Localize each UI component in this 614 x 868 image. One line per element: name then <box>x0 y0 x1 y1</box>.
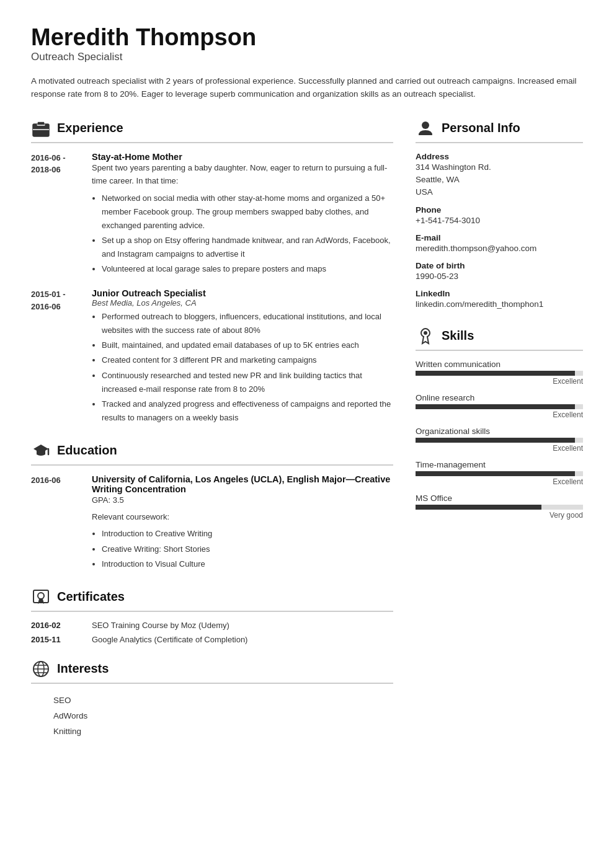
edu1-bullet-1: Introduction to Creative Writing <box>102 527 393 541</box>
cert-entry-2: 2015-11 Google Analytics (Certificate of… <box>31 635 393 644</box>
edu1-bullets: Introduction to Creative Writing Creativ… <box>92 527 393 570</box>
cert1-name: SEO Training Course by Moz (Udemy) <box>92 621 229 630</box>
interests-title: Interests <box>57 662 109 676</box>
personal-info-title: Personal Info <box>442 121 520 135</box>
experience-icon <box>31 118 51 138</box>
skill-row-5: MS Office Very good <box>416 494 583 520</box>
skill5-name: MS Office <box>416 494 583 503</box>
skill3-name: Organizational skills <box>416 427 583 436</box>
edu1-content: University of California, Los Angeles (U… <box>92 474 393 572</box>
skill-row-4: Time-management Excellent <box>416 460 583 486</box>
interest-item-3: Knitting <box>31 724 393 739</box>
skill1-fill <box>416 371 575 376</box>
exp2-bullet-1: Performed outreach to bloggers, influenc… <box>102 310 393 337</box>
exp2-bullets: Performed outreach to bloggers, influenc… <box>92 310 393 425</box>
certificates-section: Certificates 2016-02 SEO Training Course… <box>31 587 393 644</box>
education-icon <box>31 441 51 461</box>
certificates-icon <box>31 587 51 607</box>
linkedin-field: LinkedIn linkedin.com/meredith_thomphon1 <box>416 289 583 311</box>
education-header: Education <box>31 441 393 466</box>
exp2-bullet-5: Tracked and analyzed progress and effect… <box>102 397 393 425</box>
dob-value: 1990-05-23 <box>416 270 583 283</box>
exp2-bullet-3: Created content for 3 different PR and m… <box>102 353 393 367</box>
cert1-date: 2016-02 <box>31 621 81 630</box>
right-column: Personal Info Address 314 Washington Rd.… <box>416 118 583 754</box>
skill2-rating: Excellent <box>416 410 583 419</box>
exp1-title: Stay-at-Home Mother <box>92 152 393 162</box>
main-layout: Experience 2016-06 - 2018-06 Stay-at-Hom… <box>31 118 583 754</box>
exp1-bullet-1: Networked on social media with other sta… <box>102 192 393 232</box>
linkedin-label: LinkedIn <box>416 289 583 298</box>
education-section: Education 2016-06 University of Californ… <box>31 441 393 572</box>
education-title: Education <box>57 443 117 458</box>
email-label: E-mail <box>416 233 583 242</box>
interests-header: Interests <box>31 659 393 684</box>
candidate-name: Meredith Thompson <box>31 25 583 51</box>
skill2-bar <box>416 404 583 409</box>
phone-field: Phone +1-541-754-3010 <box>416 205 583 227</box>
edu1-coursework-label: Relevant coursework: <box>92 511 393 524</box>
candidate-summary: A motivated outreach specialist with 2 y… <box>31 74 583 101</box>
exp2-bullet-2: Built, maintained, and updated email dat… <box>102 339 393 352</box>
edu1-title: University of California, Los Angeles (U… <box>92 474 393 494</box>
skill2-fill <box>416 404 575 409</box>
cert2-date: 2015-11 <box>31 635 81 644</box>
personal-info-section: Personal Info Address 314 Washington Rd.… <box>416 118 583 311</box>
experience-section: Experience 2016-06 - 2018-06 Stay-at-Hom… <box>31 118 393 426</box>
exp1-content: Stay-at-Home Mother Spent two years pare… <box>92 152 393 277</box>
edu1-date: 2016-06 <box>31 474 81 572</box>
address-label: Address <box>416 152 583 161</box>
edu1-bullet-3: Introduction to Visual Culture <box>102 557 393 571</box>
address-value: 314 Washington Rd. Seattle, WA USA <box>416 161 583 199</box>
skill2-name: Online research <box>416 393 583 402</box>
cert-entry-1: 2016-02 SEO Training Course by Moz (Udem… <box>31 621 393 630</box>
resume-header: Meredith Thompson Outreach Specialist A … <box>31 25 583 101</box>
skill-row-2: Online research Excellent <box>416 393 583 419</box>
email-value: meredith.thompson@yahoo.com <box>416 242 583 255</box>
interests-section: Interests SEO AdWords Knitting <box>31 659 393 739</box>
skill3-fill <box>416 438 575 443</box>
education-entry-1: 2016-06 University of California, Los An… <box>31 474 393 572</box>
skill4-bar <box>416 471 583 476</box>
exp2-title: Junior Outreach Specialist <box>92 288 393 298</box>
interests-icon <box>31 659 51 679</box>
exp1-desc: Spent two years parenting a baby daughte… <box>92 162 393 188</box>
exp2-subtitle: Best Media, Los Angeles, CA <box>92 298 393 308</box>
skills-icon <box>416 326 435 346</box>
cert2-name: Google Analytics (Certificate of Complet… <box>92 635 247 644</box>
exp1-bullets: Networked on social media with other sta… <box>92 192 393 277</box>
experience-entry-2: 2015-01 - 2016-06 Junior Outreach Specia… <box>31 288 393 426</box>
skills-header: Skills <box>416 326 583 351</box>
edu1-bullet-2: Creative Writing: Short Stories <box>102 542 393 556</box>
candidate-title: Outreach Specialist <box>31 51 583 63</box>
interest-item-2: AdWords <box>31 708 393 724</box>
linkedin-value: linkedin.com/meredith_thomphon1 <box>416 298 583 311</box>
edu1-gpa: GPA: 3.5 <box>92 494 393 507</box>
exp1-bullet-2: Set up a shop on Etsy offering handmade … <box>102 234 393 261</box>
experience-entry-1: 2016-06 - 2018-06 Stay-at-Home Mother Sp… <box>31 152 393 277</box>
svg-point-6 <box>38 593 44 599</box>
left-column: Experience 2016-06 - 2018-06 Stay-at-Hom… <box>31 118 393 754</box>
skill5-fill <box>416 505 541 510</box>
personal-info-icon <box>416 118 435 138</box>
exp1-date: 2016-06 - 2018-06 <box>31 152 81 277</box>
certificates-header: Certificates <box>31 587 393 612</box>
certificates-title: Certificates <box>57 590 125 604</box>
skill1-name: Written communication <box>416 360 583 369</box>
skill4-rating: Excellent <box>416 477 583 486</box>
interest-item-1: SEO <box>31 693 393 708</box>
personal-info-header: Personal Info <box>416 118 583 143</box>
phone-value: +1-541-754-3010 <box>416 215 583 227</box>
svg-point-12 <box>422 122 429 129</box>
svg-point-13 <box>424 331 427 335</box>
svg-rect-1 <box>37 122 45 125</box>
experience-header: Experience <box>31 118 393 143</box>
svg-rect-0 <box>33 124 49 136</box>
skills-title: Skills <box>442 329 474 343</box>
skill5-bar <box>416 505 583 510</box>
skill3-bar <box>416 438 583 443</box>
skill-row-3: Organizational skills Excellent <box>416 427 583 453</box>
skill-row-1: Written communication Excellent <box>416 360 583 386</box>
email-field: E-mail meredith.thompson@yahoo.com <box>416 233 583 255</box>
experience-title: Experience <box>57 121 123 135</box>
